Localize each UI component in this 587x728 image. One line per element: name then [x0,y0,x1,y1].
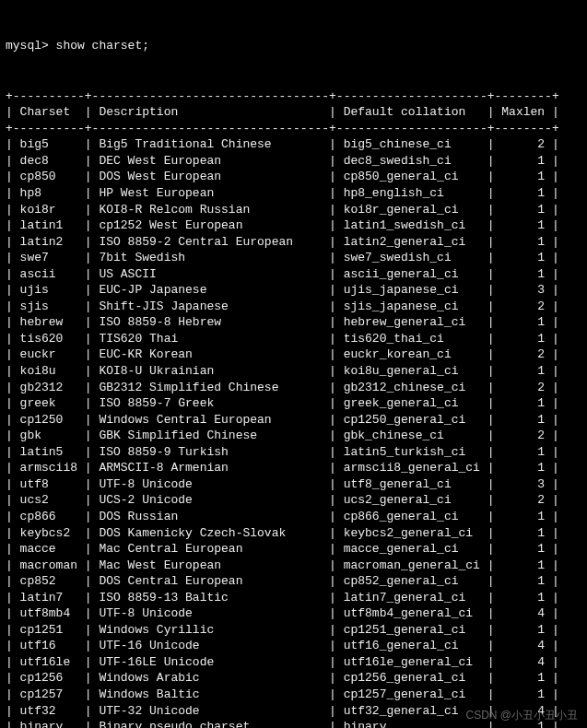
table-row: | koi8r | KOI8-R Relcom Russian | koi8r_… [6,202,581,218]
mysql-prompt: mysql> show charset; [6,38,581,54]
table-row: | utf8 | UTF-8 Unicode | utf8_general_ci… [6,476,581,493]
table-row: | ascii | US ASCII | ascii_general_ci | … [6,266,581,283]
table-border: +----------+----------------------------… [6,121,581,137]
table-row: | cp850 | DOS West European | cp850_gene… [6,169,581,185]
table-row: | gb2312 | GB2312 Simplified Chinese | g… [6,380,581,396]
table-row: | sjis | Shift-JIS Japanese | sjis_japan… [6,299,581,315]
table-header-row: | Charset | Description | Default collat… [6,104,581,121]
table-row: | cp1257 | Windows Baltic | cp1257_gener… [6,687,581,703]
table-row: | cp1250 | Windows Central European | cp… [6,412,581,429]
table-row: | koi8u | KOI8-U Ukrainian | koi8u_gener… [6,363,581,380]
table-row: | latin7 | ISO 8859-13 Baltic | latin7_g… [6,590,581,606]
table-row: | cp1251 | Windows Cyrillic | cp1251_gen… [6,622,581,639]
table-row: | cp1256 | Windows Arabic | cp1256_gener… [6,670,581,687]
table-row: | ujis | EUC-JP Japanese | ujis_japanese… [6,282,581,299]
watermark-text: CSDN @小丑小丑小丑 [465,708,578,722]
table-border: +----------+----------------------------… [6,88,581,105]
table-row: | cp852 | DOS Central European | cp852_g… [6,573,581,590]
table-row: | big5 | Big5 Traditional Chinese | big5… [6,136,581,153]
table-row: | euckr | EUC-KR Korean | euckr_korean_c… [6,346,581,363]
table-row: | latin5 | ISO 8859-9 Turkish | latin5_t… [6,444,581,461]
table-row: | keybcs2 | DOS Kamenicky Czech-Slovak |… [6,525,581,542]
table-row: | hp8 | HP West European | hp8_english_c… [6,185,581,202]
table-row: | macce | Mac Central European | macce_g… [6,541,581,558]
mysql-result-table: +----------+----------------------------… [6,88,581,728]
table-row: | utf16le | UTF-16LE Unicode | utf16le_g… [6,654,581,671]
table-row: | latin2 | ISO 8859-2 Central European |… [6,234,581,251]
table-row: | armscii8 | ARMSCII-8 Armenian | armsci… [6,460,581,476]
table-row: | macroman | Mac West European | macroma… [6,558,581,574]
table-row: | tis620 | TIS620 Thai | tis620_thai_ci … [6,331,581,347]
table-row: | swe7 | 7bit Swedish | swe7_swedish_ci … [6,250,581,266]
table-row: | hebrew | ISO 8859-8 Hebrew | hebrew_ge… [6,314,581,331]
table-row: | cp866 | DOS Russian | cp866_general_ci… [6,509,581,525]
table-row: | ucs2 | UCS-2 Unicode | ucs2_general_ci… [6,492,581,509]
table-row: | latin1 | cp1252 West European | latin1… [6,217,581,234]
terminal-output: mysql> show charset; +----------+-------… [6,6,581,728]
table-row: | greek | ISO 8859-7 Greek | greek_gener… [6,395,581,412]
table-row: | dec8 | DEC West European | dec8_swedis… [6,153,581,170]
table-row: | gbk | GBK Simplified Chinese | gbk_chi… [6,428,581,444]
table-row: | utf16 | UTF-16 Unicode | utf16_general… [6,638,581,654]
table-row: | utf8mb4 | UTF-8 Unicode | utf8mb4_gene… [6,605,581,622]
